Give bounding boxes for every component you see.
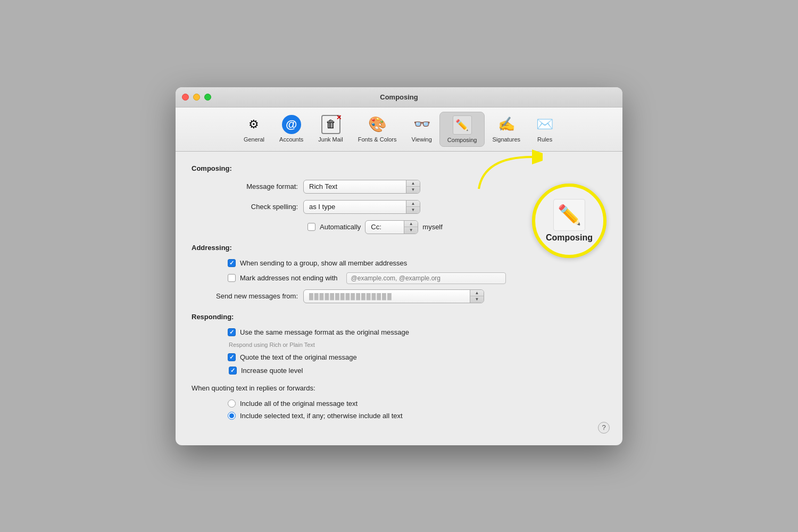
send-from-value: ████████████████: [304, 293, 470, 300]
close-button[interactable]: [182, 94, 189, 101]
same-format-row: Use the same message format as the origi…: [213, 328, 606, 336]
annotation-label: Composing: [546, 233, 593, 243]
cc-value: Cc:: [365, 223, 404, 231]
minimize-button[interactable]: [193, 94, 200, 101]
toolbar-label-general: General: [244, 136, 264, 143]
message-format-arrow-up[interactable]: ▲: [406, 180, 420, 187]
addressing-section: Addressing: When sending to a group, sho…: [192, 244, 606, 303]
send-from-select[interactable]: ████████████████ ▲ ▼: [303, 289, 484, 303]
auto-label: Automatically: [320, 223, 361, 231]
include-all-radio[interactable]: [228, 400, 236, 408]
include-all-row: Include all of the original message text: [213, 400, 606, 408]
fonts-colors-icon: 🎨: [368, 115, 387, 134]
accounts-icon: @: [282, 115, 301, 134]
include-all-label: Include all of the original message text: [240, 400, 358, 408]
myself-label: myself: [422, 223, 443, 231]
mark-checkbox[interactable]: [228, 274, 236, 282]
toolbar-label-composing: Composing: [447, 137, 477, 143]
toolbar-label-fonts-colors: Fonts & Colors: [358, 136, 397, 143]
check-spelling-select[interactable]: as I type ▲ ▼: [303, 200, 420, 214]
toolbar-label-viewing: Viewing: [412, 136, 432, 143]
mark-checkbox-label: Mark addresses not ending with: [240, 274, 338, 282]
message-format-arrows[interactable]: ▲ ▼: [406, 180, 420, 193]
toolbar-label-junk-mail: Junk Mail: [318, 136, 343, 143]
message-format-value: Rich Text: [304, 182, 406, 190]
cc-arrow-down[interactable]: ▼: [404, 227, 418, 234]
send-from-arrow-up[interactable]: ▲: [470, 290, 484, 297]
increase-quote-label: Increase quote level: [241, 367, 303, 375]
junk-mail-icon: 🗑 ✕: [321, 115, 340, 134]
composing-section: Composing: Message format: Rich Text ▲ ▼…: [192, 164, 606, 234]
toolbar-item-accounts[interactable]: @ Accounts: [272, 112, 311, 147]
check-spelling-arrow-up[interactable]: ▲: [406, 201, 420, 207]
mark-checkbox-row: Mark addresses not ending with: [213, 272, 606, 284]
message-format-select[interactable]: Rich Text ▲ ▼: [303, 180, 420, 194]
toolbar-item-viewing[interactable]: 👓 Viewing: [404, 112, 439, 147]
toolbar: ⚙ General @ Accounts 🗑 ✕ Junk Mail 🎨 Fon…: [176, 107, 622, 152]
send-from-label: Send new messages from:: [213, 292, 298, 300]
increase-quote-checkbox[interactable]: [229, 367, 237, 375]
responding-section-title: Responding:: [192, 313, 606, 321]
rules-icon: ✉️: [535, 115, 554, 134]
include-selected-row: Include selected text, if any; otherwise…: [213, 412, 606, 420]
signatures-icon: ✍️: [497, 115, 516, 134]
addressing-section-title: Addressing:: [192, 244, 606, 252]
toolbar-label-signatures: Signatures: [492, 136, 520, 143]
fullscreen-button[interactable]: [204, 94, 211, 101]
responding-section: Responding: Use the same message format …: [192, 313, 606, 375]
message-format-row: Message format: Rich Text ▲ ▼: [213, 180, 606, 194]
toolbar-item-general[interactable]: ⚙ General: [236, 112, 272, 147]
viewing-icon: 👓: [412, 115, 431, 134]
toolbar-item-signatures[interactable]: ✍️ Signatures: [485, 112, 528, 147]
check-spelling-value: as I type: [304, 203, 406, 211]
message-format-label: Message format:: [213, 182, 298, 190]
toolbar-item-junk-mail[interactable]: 🗑 ✕ Junk Mail: [311, 112, 350, 147]
general-icon: ⚙: [244, 115, 263, 134]
same-format-checkbox[interactable]: [228, 328, 236, 336]
group-checkbox-row: When sending to a group, show all member…: [213, 259, 606, 267]
traffic-lights: [182, 94, 211, 101]
toolbar-item-rules[interactable]: ✉️ Rules: [528, 112, 562, 147]
group-checkbox-label: When sending to a group, show all member…: [240, 259, 407, 267]
auto-checkbox[interactable]: [307, 223, 315, 231]
composing-icon: ✏️: [453, 115, 472, 135]
message-format-arrow-down[interactable]: ▼: [406, 187, 420, 193]
cc-arrow-up[interactable]: ▲: [404, 221, 418, 228]
quote-checkbox[interactable]: [228, 353, 236, 361]
include-selected-radio[interactable]: [228, 412, 236, 420]
app-window: Composing ⚙ General @ Accounts 🗑 ✕ Junk …: [176, 87, 622, 445]
toolbar-label-accounts: Accounts: [279, 136, 303, 143]
include-selected-label: Include selected text, if any; otherwise…: [240, 412, 403, 420]
send-from-row: Send new messages from: ████████████████…: [213, 289, 606, 303]
help-icon: ?: [602, 423, 605, 431]
same-format-label: Use the same message format as the origi…: [240, 328, 409, 336]
help-button[interactable]: ?: [598, 422, 610, 434]
toolbar-item-fonts-colors[interactable]: 🎨 Fonts & Colors: [351, 112, 404, 147]
check-spelling-label: Check spelling:: [213, 203, 298, 211]
quoting-section-title: When quoting text in replies or forwards…: [192, 384, 606, 392]
auto-row: Automatically Cc: ▲ ▼ myself: [213, 220, 606, 234]
toolbar-item-composing[interactable]: ✏️ Composing: [439, 112, 485, 147]
quote-row: Quote the text of the original message: [213, 353, 606, 361]
cc-arrows[interactable]: ▲ ▼: [404, 221, 418, 234]
cc-select[interactable]: Cc: ▲ ▼: [365, 220, 418, 234]
group-checkbox[interactable]: [228, 259, 236, 267]
increase-quote-row: Increase quote level: [229, 367, 606, 375]
same-format-sublabel: Respond using Rich or Plain Text: [229, 342, 606, 348]
quote-label: Quote the text of the original message: [240, 353, 357, 361]
content-area: ✏️ Composing Composing: Message format: …: [176, 152, 622, 445]
send-from-arrow-down[interactable]: ▼: [470, 296, 484, 303]
send-from-arrows[interactable]: ▲ ▼: [470, 290, 484, 303]
toolbar-label-rules: Rules: [537, 136, 552, 143]
check-spelling-row: Check spelling: as I type ▲ ▼: [213, 200, 606, 214]
check-spelling-arrows[interactable]: ▲ ▼: [406, 201, 420, 213]
quoting-section: When quoting text in replies or forwards…: [192, 384, 606, 420]
titlebar: Composing: [176, 87, 622, 107]
check-spelling-arrow-down[interactable]: ▼: [406, 207, 420, 213]
composing-section-title: Composing:: [192, 164, 606, 172]
window-title: Composing: [380, 93, 418, 101]
mark-address-input[interactable]: [346, 272, 506, 284]
